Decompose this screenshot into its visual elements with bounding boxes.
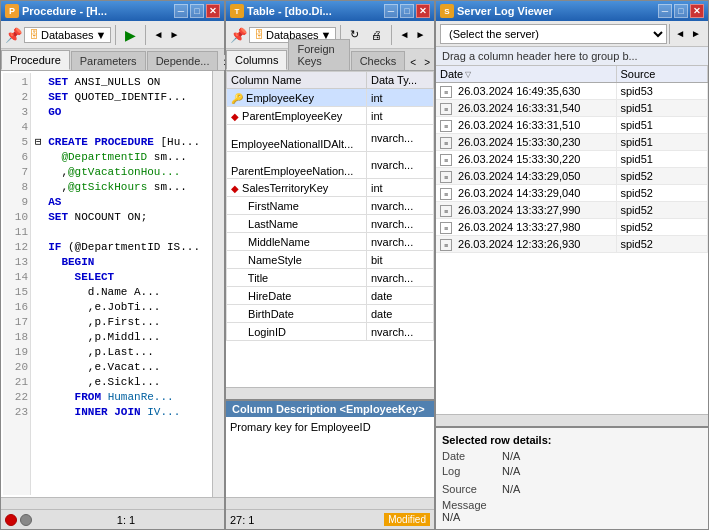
table-row[interactable]: BirthDate date bbox=[227, 305, 434, 323]
log-date-cell: ≡ 26.03.2024 12:33:26,930 bbox=[436, 236, 616, 253]
code-line: ,e.Vacat... bbox=[35, 360, 206, 375]
log-row[interactable]: ≡ 26.03.2024 12:33:26,930 spid52 bbox=[436, 236, 708, 253]
log-source-cell: spid51 bbox=[616, 100, 708, 117]
server-sep bbox=[669, 24, 670, 44]
tab-parameters[interactable]: Parameters bbox=[71, 51, 146, 70]
log-date-cell: ≡ 26.03.2024 14:33:29,050 bbox=[436, 168, 616, 185]
log-col-source[interactable]: Source bbox=[616, 66, 708, 83]
col-name-cell: ◆ SalesTerritoryKey bbox=[227, 179, 367, 197]
table-row[interactable]: EmployeeNationalIDAlt... nvarch... bbox=[227, 125, 434, 152]
diamond-icon: ◆ bbox=[231, 111, 239, 122]
databases-dropdown[interactable]: 🗄 Databases ▼ bbox=[24, 27, 111, 43]
server-select[interactable]: (Select the server) bbox=[440, 24, 667, 44]
cursor-position: 1: 1 bbox=[32, 514, 220, 526]
code-line: ,e.Sickl... bbox=[35, 375, 206, 390]
close-button-s[interactable]: ✕ bbox=[690, 4, 704, 18]
table-title: Table - [dbo.Di... bbox=[247, 5, 381, 17]
nav-left[interactable]: ◄ bbox=[150, 28, 166, 41]
close-button[interactable]: ✕ bbox=[206, 4, 220, 18]
minimize-button[interactable]: ─ bbox=[174, 4, 188, 18]
log-row[interactable]: ≡ 26.03.2024 16:33:31,510 spid51 bbox=[436, 117, 708, 134]
server-nav-left[interactable]: ◄ bbox=[672, 27, 688, 40]
table-row[interactable]: ParentEmployeeNation... nvarch... bbox=[227, 152, 434, 179]
print-btn[interactable]: 🖨 bbox=[366, 26, 387, 44]
maximize-button-s[interactable]: □ bbox=[674, 4, 688, 18]
col-name: EmployeeNationalIDAlt... bbox=[231, 138, 353, 150]
table-row[interactable]: NameStyle bit bbox=[227, 251, 434, 269]
col-type-cell: date bbox=[367, 287, 434, 305]
stop-dot bbox=[20, 514, 32, 526]
group-header: Drag a column header here to group b... bbox=[436, 47, 708, 66]
log-source-cell: spid52 bbox=[616, 168, 708, 185]
log-row[interactable]: ≡ 26.03.2024 13:33:27,980 spid52 bbox=[436, 219, 708, 236]
toolbar-play-btn[interactable]: ▶ bbox=[120, 24, 141, 46]
minimize-button-t[interactable]: ─ bbox=[384, 4, 398, 18]
table-nav-left[interactable]: ◄ bbox=[396, 28, 412, 41]
log-row[interactable]: ≡ 26.03.2024 14:33:29,050 spid52 bbox=[436, 168, 708, 185]
nav-arrows: ◄ ► bbox=[150, 28, 182, 41]
minimize-button-s[interactable]: ─ bbox=[658, 4, 672, 18]
col-type-cell: nvarch... bbox=[367, 152, 434, 179]
tab-procedure[interactable]: Procedure bbox=[1, 50, 70, 70]
log-source-cell: spid53 bbox=[616, 83, 708, 100]
chevron-icon: ▼ bbox=[96, 29, 107, 41]
serverlog-icon: S bbox=[440, 4, 454, 18]
table-row[interactable]: Title nvarch... bbox=[227, 269, 434, 287]
log-row[interactable]: ≡ 26.03.2024 14:33:29,040 spid52 bbox=[436, 185, 708, 202]
maximize-button-t[interactable]: □ bbox=[400, 4, 414, 18]
vertical-scrollbar[interactable] bbox=[212, 71, 224, 497]
table-row[interactable]: ◆ ParentEmployeeKey int bbox=[227, 107, 434, 125]
tab-checks[interactable]: Checks bbox=[351, 51, 406, 70]
code-text[interactable]: SET ANSI_NULLS ON SET QUOTED_IDENTIF... … bbox=[31, 73, 210, 495]
log-row[interactable]: ≡ 26.03.2024 15:33:30,230 spid51 bbox=[436, 134, 708, 151]
code-line: @DepartmentID sm... bbox=[35, 150, 206, 165]
desc-content[interactable]: Promary key for EmployeeID bbox=[226, 417, 434, 497]
tab-prev-t[interactable]: < bbox=[406, 55, 420, 70]
tab-next-t[interactable]: > bbox=[420, 55, 434, 70]
table-row[interactable]: FirstName nvarch... bbox=[227, 197, 434, 215]
tab-dependencies[interactable]: Depende... bbox=[147, 51, 219, 70]
horizontal-scrollbar[interactable] bbox=[1, 497, 224, 509]
tab-foreign-keys[interactable]: Foreign Keys bbox=[288, 39, 349, 70]
table-row[interactable]: LoginID nvarch... bbox=[227, 323, 434, 341]
maximize-button[interactable]: □ bbox=[190, 4, 204, 18]
log-col-date[interactable]: Date ▽ bbox=[436, 66, 616, 83]
log-row[interactable]: ≡ 26.03.2024 13:33:27,990 spid52 bbox=[436, 202, 708, 219]
server-nav: ◄ ► bbox=[672, 27, 704, 40]
col-type-cell: nvarch... bbox=[367, 125, 434, 152]
table-row[interactable]: HireDate date bbox=[227, 287, 434, 305]
table-row[interactable]: LastName nvarch... bbox=[227, 215, 434, 233]
col-name: LoginID bbox=[248, 326, 286, 338]
log-row[interactable]: ≡ 26.03.2024 16:33:31,540 spid51 bbox=[436, 100, 708, 117]
log-hscroll[interactable] bbox=[436, 414, 708, 426]
toolbar-separator-2 bbox=[145, 25, 146, 45]
col-header-type[interactable]: Data Ty... bbox=[367, 72, 434, 89]
nav-right[interactable]: ► bbox=[166, 28, 182, 41]
col-type-cell: nvarch... bbox=[367, 233, 434, 251]
desc-hscroll[interactable] bbox=[226, 497, 434, 509]
detail-log-row: Log N/A bbox=[442, 465, 702, 477]
table-window: T Table - [dbo.Di... ─ □ ✕ 📌 🗄 Databases… bbox=[225, 0, 435, 530]
log-row[interactable]: ≡ 26.03.2024 15:33:30,220 spid51 bbox=[436, 151, 708, 168]
server-nav-right[interactable]: ► bbox=[688, 27, 704, 40]
col-name-cell: MiddleName bbox=[227, 233, 367, 251]
table-row[interactable]: ◆ SalesTerritoryKey int bbox=[227, 179, 434, 197]
col-type-cell: nvarch... bbox=[367, 269, 434, 287]
table-row[interactable]: MiddleName nvarch... bbox=[227, 233, 434, 251]
log-row[interactable]: ≡ 26.03.2024 16:49:35,630 spid53 bbox=[436, 83, 708, 100]
table-hscroll[interactable] bbox=[226, 387, 434, 399]
tab-columns[interactable]: Columns bbox=[226, 50, 287, 70]
code-line: ,@gtSickHours sm... bbox=[35, 180, 206, 195]
col-type-cell: bit bbox=[367, 251, 434, 269]
col-header-name[interactable]: Column Name bbox=[227, 72, 367, 89]
close-button-t[interactable]: ✕ bbox=[416, 4, 430, 18]
col-name: BirthDate bbox=[248, 308, 294, 320]
col-name: LastName bbox=[248, 218, 298, 230]
code-line: ,@gtVacationHou... bbox=[35, 165, 206, 180]
detail-message-label: Message bbox=[442, 499, 702, 511]
table-nav-right[interactable]: ► bbox=[412, 28, 428, 41]
code-editor: 12345 678910 1112131415 1617181920 21222… bbox=[1, 71, 212, 497]
table-row[interactable]: 🔑 EmployeeKey int bbox=[227, 89, 434, 107]
col-name-cell: BirthDate bbox=[227, 305, 367, 323]
serverlog-window: S Server Log Viewer ─ □ ✕ (Select the se… bbox=[435, 0, 709, 530]
